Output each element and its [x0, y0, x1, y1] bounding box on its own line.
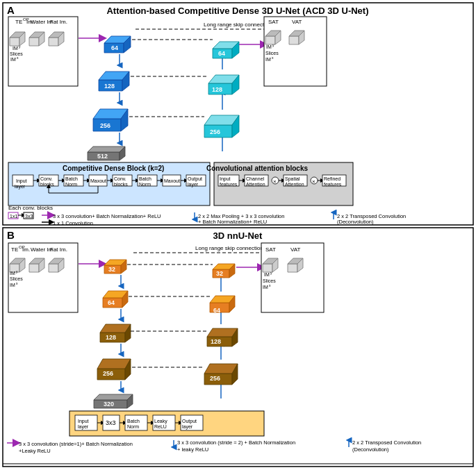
b-block-batch2: Norm: [127, 424, 139, 429]
svg-text:32: 32: [108, 266, 115, 273]
comp-dense-title: Competitive Dense Block (k=2): [63, 165, 164, 172]
svg-marker-176: [288, 264, 297, 272]
svg-text:256: 256: [210, 128, 220, 135]
b-block-output: Output: [182, 419, 197, 424]
svg-text:256: 256: [210, 375, 220, 382]
input-label-3: Fat Im.: [50, 19, 67, 25]
svg-rect-170: [261, 243, 324, 312]
svg-text:64: 64: [111, 44, 118, 51]
block-conv2: Conv.: [114, 176, 126, 181]
svg-marker-38: [88, 146, 125, 152]
section-a-title: Attention-based Competitive Dense 3D U-N…: [106, 6, 368, 16]
svg-marker-142: [94, 394, 133, 400]
legend-a-1: 3 x 3 convolution+ Batch Normalization+ …: [53, 213, 161, 219]
legend-b-1: 3 x 3 convolution (stride=1)+ Batch Norm…: [19, 441, 133, 447]
output-slices-a: Slices: [265, 51, 279, 56]
svg-marker-111: [29, 264, 39, 272]
input-label-1: TE: [15, 19, 22, 25]
section-b-label: B: [7, 229, 15, 241]
input-im1-sub2: IM: [10, 57, 16, 62]
legend-b-3: 2 x 2 Transposed Convolution: [352, 439, 421, 446]
output-vat-label-b: VAT: [290, 246, 300, 253]
svg-marker-3: [10, 37, 19, 46]
svg-text:128: 128: [212, 86, 222, 93]
b-block-output2: layer: [182, 424, 193, 430]
output-im2-a: IM: [265, 57, 271, 62]
block-input-layer: Input: [16, 178, 27, 184]
svg-text:64: 64: [108, 299, 115, 306]
svg-text:A: A: [7, 4, 15, 16]
svg-text:×: ×: [312, 178, 315, 185]
input-b-label-3: Fat Im.: [50, 246, 67, 253]
svg-text:64: 64: [213, 307, 220, 314]
svg-marker-114: [49, 264, 58, 272]
b-block-input: Input: [78, 419, 89, 424]
input-b-im2: IM: [10, 283, 15, 287]
legend-a-3b: + Batch Normalization+ ReLU: [198, 219, 267, 225]
conv-attn-title: Convolutional attention blocks: [206, 165, 309, 172]
block-maxout2: Maxout: [164, 178, 180, 183]
output-im1-a: IM: [266, 44, 272, 49]
legend-b-2: 3 x 3 convolution (stride = 2) + Batch N…: [177, 439, 295, 446]
output-b-im1: IM: [264, 272, 270, 277]
b-block-batch: Batch: [127, 419, 140, 423]
svg-marker-6: [29, 37, 39, 46]
block-conv1: Conv.: [40, 176, 53, 181]
svg-text:128: 128: [106, 334, 116, 341]
svg-text:128: 128: [211, 338, 221, 345]
output-sat-label-a: SAT: [268, 19, 279, 25]
legend-b-2b: + leaky ReLU: [177, 446, 208, 453]
input-im1: IM: [13, 46, 18, 51]
output-sat-label-b: SAT: [265, 246, 276, 253]
legend-b-3b: (Deconvolution): [352, 446, 389, 453]
svg-text:64: 64: [218, 50, 225, 57]
svg-text:512: 512: [97, 153, 108, 160]
attn-channel2: Attention: [246, 182, 265, 187]
output-vat-label-a: VAT: [292, 19, 302, 25]
attn-input: Input: [220, 176, 231, 182]
block-batch2: Batch: [139, 176, 151, 181]
each-conv-label: Each conv. blocks: [8, 205, 53, 211]
svg-text:256: 256: [100, 122, 110, 129]
block-maxout1: Maxout: [90, 178, 106, 183]
output-b-im2: IM: [263, 285, 268, 289]
attn-channel: Channel: [246, 176, 265, 181]
legend-b-1b: +Leaky ReLU: [19, 448, 51, 454]
block-batch2b: Norm: [139, 182, 151, 187]
attn-refined: Refined: [324, 176, 340, 181]
attn-spatial2: Attention: [285, 182, 304, 187]
attn-refined2: features: [324, 182, 342, 187]
svg-text:32: 32: [216, 270, 223, 277]
input-b-label-1: TE: [11, 246, 18, 253]
conv-3x3: 3x3: [25, 214, 33, 219]
input-b-im1: IM: [10, 271, 15, 276]
svg-text:320: 320: [104, 401, 114, 408]
b-block-leaky2: ReLU: [154, 424, 167, 429]
section-b-title: 3D nnU-Net: [213, 230, 263, 241]
block-conv1b: blocks: [40, 182, 54, 187]
input-b-slices: Slices: [10, 276, 23, 281]
svg-text:256: 256: [103, 370, 113, 377]
svg-marker-9: [49, 37, 58, 46]
skip-connection-label-b: Long range skip connection: [195, 245, 263, 251]
b-block-input2: layer: [78, 424, 89, 430]
attn-input2: features: [220, 182, 238, 187]
b-block-3x3: 3x3: [106, 419, 116, 426]
block-output-layer2: layer: [188, 182, 199, 187]
output-b-slices: Slices: [263, 278, 276, 283]
svg-text:128: 128: [104, 83, 115, 90]
attn-spatial: Spatial: [285, 176, 300, 182]
skip-connection-label-a: Long range skip connection: [204, 22, 272, 28]
block-conv2b: blocks: [114, 182, 128, 187]
b-block-leaky: Leaky: [154, 419, 167, 424]
block-input-layer2: layer: [15, 184, 26, 190]
svg-marker-66: [289, 36, 299, 44]
block-batch1: Batch: [65, 176, 78, 181]
block-batch1b: Norm: [65, 182, 77, 187]
block-output-layer: Output: [188, 176, 202, 182]
legend-a-2: 1 x 1 Convolution: [53, 220, 93, 226]
svg-text:×: ×: [273, 178, 277, 185]
legend-a-4b: (Deconvolution): [337, 219, 374, 225]
svg-text:Im.: Im.: [22, 246, 30, 253]
conv-1x1: 1x1: [10, 214, 17, 219]
